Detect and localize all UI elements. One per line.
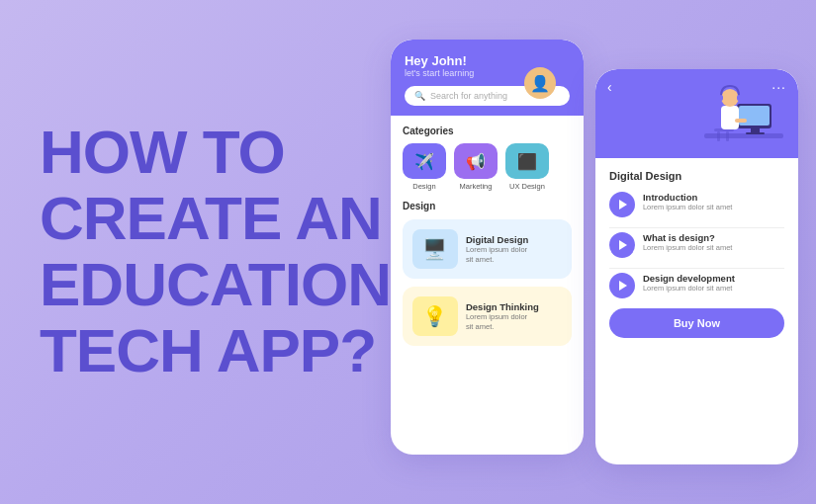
search-placeholder-text: Search for anything bbox=[430, 91, 507, 101]
phone1-header: Hey John! let's start learning 👤 🔍 Searc… bbox=[391, 40, 584, 116]
lesson-intro-title: Introduction bbox=[643, 192, 732, 203]
phone1-body: Categories ✈️ Design 📢 Marketing ⬛ UX De… bbox=[391, 116, 584, 455]
marketing-icon-box: 📢 bbox=[454, 143, 498, 179]
uxdesign-icon-box: ⬛ bbox=[505, 143, 549, 179]
divider-2 bbox=[609, 268, 784, 269]
svg-rect-10 bbox=[719, 95, 723, 101]
digital-design-title: Digital Design bbox=[466, 234, 528, 245]
design-icon-box: ✈️ bbox=[403, 143, 446, 179]
play-btn-design-dev[interactable] bbox=[609, 273, 635, 298]
play-icon-design-dev bbox=[619, 281, 627, 291]
svg-rect-8 bbox=[721, 106, 739, 129]
buy-now-button[interactable]: Buy Now bbox=[609, 308, 784, 338]
svg-rect-0 bbox=[704, 133, 783, 138]
svg-rect-12 bbox=[735, 119, 747, 123]
course-digital-design[interactable]: 🖥️ Digital Design Lorem ipsum dolorsit a… bbox=[403, 219, 572, 279]
digital-design-info: Digital Design Lorem ipsum dolorsit amet… bbox=[466, 234, 528, 265]
lesson-design-dev[interactable]: Design development Lorem ipsum dolor sit… bbox=[609, 273, 784, 298]
category-uxdesign-label: UX Design bbox=[509, 182, 545, 191]
lesson-what-is-design-info: What is design? Lorem ipsum dolor sit am… bbox=[643, 232, 732, 252]
design-thinking-thumb: 💡 bbox=[412, 296, 458, 336]
category-marketing[interactable]: 📢 Marketing bbox=[454, 143, 498, 191]
phone2: ‹ ··· bbox=[595, 69, 798, 464]
svg-rect-6 bbox=[717, 131, 720, 141]
course-design-thinking[interactable]: 💡 Design Thinking Lorem ipsum dolorsit a… bbox=[403, 287, 572, 346]
phone2-course-title: Digital Design bbox=[609, 170, 784, 182]
lesson-introduction[interactable]: Introduction Lorem ipsum dolor sit amet bbox=[609, 192, 784, 217]
phone2-header: ‹ ··· bbox=[595, 69, 798, 158]
greeting-block: Hey John! let's start learning bbox=[405, 53, 474, 86]
categories-row: ✈️ Design 📢 Marketing ⬛ UX Design bbox=[403, 143, 572, 191]
play-btn-what-is-design[interactable] bbox=[609, 232, 635, 258]
lesson-what-title: What is design? bbox=[643, 232, 732, 243]
avatar: 👤 bbox=[524, 67, 556, 99]
category-marketing-label: Marketing bbox=[459, 182, 492, 191]
lesson-dev-desc: Lorem ipsum dolor sit amet bbox=[643, 284, 735, 293]
phone2-body: Digital Design Introduction Lorem ipsum … bbox=[595, 158, 798, 464]
lesson-dev-title: Design development bbox=[643, 273, 735, 284]
back-button[interactable]: ‹ bbox=[607, 79, 612, 95]
headline: HOW TO CREATE AN EDUCATION TECH APP? bbox=[40, 120, 391, 384]
svg-rect-11 bbox=[737, 95, 741, 101]
lesson-design-dev-info: Design development Lorem ipsum dolor sit… bbox=[643, 273, 735, 293]
lesson-what-is-design[interactable]: What is design? Lorem ipsum dolor sit am… bbox=[609, 232, 784, 258]
search-icon: 🔍 bbox=[414, 91, 425, 101]
play-icon-what-is-design bbox=[619, 240, 627, 250]
design-thinking-desc: Lorem ipsum dolorsit amet. bbox=[466, 312, 539, 332]
phone1: Hey John! let's start learning 👤 🔍 Searc… bbox=[391, 40, 584, 455]
design-thinking-info: Design Thinking Lorem ipsum dolorsit ame… bbox=[466, 301, 539, 332]
play-icon-introduction bbox=[619, 200, 627, 210]
categories-label: Categories bbox=[403, 126, 572, 136]
digital-design-desc: Lorem ipsum dolorsit amet. bbox=[466, 245, 528, 265]
category-design[interactable]: ✈️ Design bbox=[403, 143, 446, 191]
category-uxdesign[interactable]: ⬛ UX Design bbox=[505, 143, 549, 191]
play-btn-introduction[interactable] bbox=[609, 192, 635, 217]
digital-design-thumb: 🖥️ bbox=[412, 229, 458, 269]
svg-point-9 bbox=[721, 89, 739, 107]
phones-container: Hey John! let's start learning 👤 🔍 Searc… bbox=[391, 40, 798, 464]
greeting-subtitle: let's start learning bbox=[405, 68, 474, 78]
svg-rect-7 bbox=[726, 131, 729, 141]
section-label: Design bbox=[403, 201, 572, 211]
lesson-what-desc: Lorem ipsum dolor sit amet bbox=[643, 243, 732, 252]
person-illustration bbox=[699, 74, 788, 158]
phone1-header-row: Hey John! let's start learning 👤 bbox=[405, 53, 570, 86]
left-panel: HOW TO CREATE AN EDUCATION TECH APP? bbox=[30, 120, 391, 384]
lesson-introduction-info: Introduction Lorem ipsum dolor sit amet bbox=[643, 192, 732, 211]
divider-1 bbox=[609, 227, 784, 228]
svg-rect-4 bbox=[746, 132, 765, 134]
design-thinking-title: Design Thinking bbox=[466, 301, 539, 312]
category-design-label: Design bbox=[412, 182, 435, 191]
greeting-text: Hey John! bbox=[405, 53, 474, 68]
lesson-intro-desc: Lorem ipsum dolor sit amet bbox=[643, 203, 732, 211]
